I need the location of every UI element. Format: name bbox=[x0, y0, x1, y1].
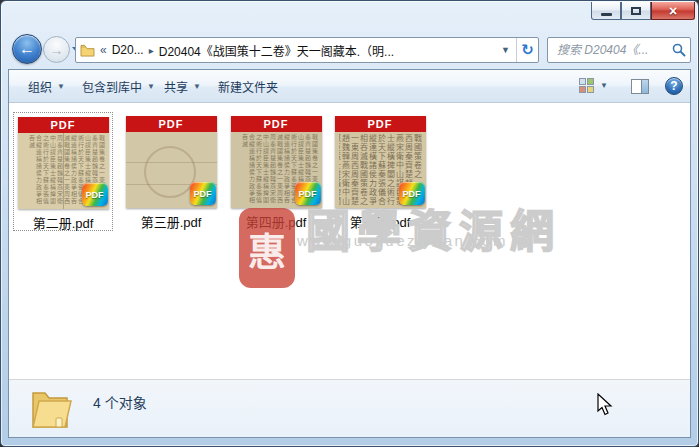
pdf-file-badge: PDF bbox=[190, 182, 216, 205]
pdf-file-badge: PDF bbox=[295, 182, 321, 205]
close-button[interactable]: × bbox=[651, 2, 695, 20]
pdf-thumbnail: PDF 戰國策卷之一東周西周秦齊楚趙魏韓燕宋衛中山謀臣策士縱橫捭闔之術行於天下蘇… bbox=[231, 116, 322, 208]
minimize-icon bbox=[601, 13, 612, 16]
chevron-down-icon: ▼ bbox=[193, 82, 201, 91]
organize-label: 组织 bbox=[28, 78, 52, 95]
file-name: 第二册.pdf bbox=[14, 213, 112, 232]
refresh-button[interactable]: ↻ bbox=[516, 38, 538, 62]
refresh-icon: ↻ bbox=[521, 41, 534, 59]
back-arrow-icon: ← bbox=[19, 40, 35, 58]
pdf-banner: PDF bbox=[335, 116, 426, 132]
forward-arrow-icon: → bbox=[50, 42, 64, 58]
pdf-banner: PDF bbox=[231, 116, 322, 132]
change-view-button[interactable]: ▼ bbox=[579, 78, 608, 93]
include-in-library-button[interactable]: 包含到库中 ▼ bbox=[75, 70, 162, 102]
maximize-icon bbox=[631, 7, 641, 15]
pdf-file-badge: PDF bbox=[399, 182, 425, 205]
file-name: 第三册.pdf bbox=[121, 212, 221, 231]
share-label: 共享 bbox=[164, 78, 188, 95]
paper-crease bbox=[126, 162, 217, 163]
breadcrumb-parent[interactable]: D20... bbox=[112, 43, 144, 57]
pdf-file-badge: PDF bbox=[82, 183, 108, 206]
explorer-window: × ← → « D20... ▸ D20404《战国策十二卷》天一阁藏本.（明.… bbox=[0, 0, 699, 447]
chevron-down-icon: ▼ bbox=[57, 82, 65, 91]
file-item[interactable]: PDF 戰國策卷之一東周西周秦齊楚趙魏韓燕宋衛中山謀臣策士縱橫捭闔之術行於天下蘇… bbox=[330, 112, 430, 231]
pdf-thumbnail: PDF PDF bbox=[126, 116, 217, 208]
file-item[interactable]: PDF PDF 第三册.pdf bbox=[121, 112, 221, 231]
new-folder-button[interactable]: 新建文件夹 bbox=[211, 70, 285, 102]
file-item[interactable]: PDF 戰國策卷之一東周西周秦齊楚趙魏韓燕宋衛中山謀臣策士縱橫捭闔之術行於天下蘇… bbox=[226, 112, 326, 231]
back-button[interactable]: ← bbox=[12, 34, 42, 64]
address-dropdown-icon[interactable]: ▼ bbox=[495, 45, 516, 55]
chevron-down-icon: ▼ bbox=[600, 81, 608, 90]
new-folder-label: 新建文件夹 bbox=[218, 78, 278, 95]
pdf-banner: PDF bbox=[18, 117, 109, 133]
file-name: 第一册.pdf bbox=[330, 212, 430, 231]
help-icon: ? bbox=[670, 79, 677, 93]
item-count-text: 4 个对象 bbox=[93, 392, 147, 412]
file-item[interactable]: PDF 戰國策卷之一東周西周秦齊楚趙魏韓燕宋衛中山謀臣策士縱橫捭闔之術行於天下蘇… bbox=[13, 112, 113, 231]
search-input[interactable] bbox=[555, 42, 672, 58]
breadcrumb[interactable]: « D20... ▸ D20404《战国策十二卷》天一阁藏本.（明... bbox=[76, 42, 495, 59]
faint-seal bbox=[144, 146, 196, 198]
chevron-down-icon: ▼ bbox=[147, 82, 155, 91]
search-icon bbox=[672, 43, 686, 57]
share-button[interactable]: 共享 ▼ bbox=[157, 70, 208, 102]
pdf-thumbnail: PDF 戰國策卷之一東周西周秦齊楚趙魏韓燕宋衛中山謀臣策士縱橫捭闔之術行於天下蘇… bbox=[335, 116, 426, 208]
page-fold bbox=[63, 133, 64, 209]
pdf-thumbnail: PDF 戰國策卷之一東周西周秦齊楚趙魏韓燕宋衛中山謀臣策士縱橫捭闔之術行於天下蘇… bbox=[18, 117, 109, 209]
maximize-button[interactable] bbox=[621, 2, 651, 20]
preview-pane-button[interactable] bbox=[631, 79, 649, 94]
forward-button[interactable]: → bbox=[43, 36, 70, 63]
details-pane: 4 个对象 bbox=[9, 379, 690, 437]
file-list-area[interactable]: PDF 戰國策卷之一東周西周秦齊楚趙魏韓燕宋衛中山謀臣策士縱橫捭闔之術行於天下蘇… bbox=[9, 104, 690, 379]
pdf-banner: PDF bbox=[126, 116, 217, 132]
breadcrumb-overflow-chevron[interactable]: « bbox=[100, 43, 107, 57]
folder-icon bbox=[27, 385, 73, 433]
command-toolbar: 组织 ▼ 包含到库中 ▼ 共享 ▼ 新建文件夹 ▼ ? bbox=[9, 70, 690, 103]
search-box[interactable] bbox=[547, 37, 691, 63]
watermark-url: www.guoxueziyuan.com bbox=[297, 232, 508, 249]
close-icon: × bbox=[669, 4, 677, 18]
folder-icon bbox=[80, 44, 95, 57]
organize-button[interactable]: 组织 ▼ bbox=[21, 70, 72, 102]
include-in-library-label: 包含到库中 bbox=[82, 78, 142, 95]
content-frame: 组织 ▼ 包含到库中 ▼ 共享 ▼ 新建文件夹 ▼ ? bbox=[8, 69, 691, 438]
file-name: 第四册.pdf bbox=[226, 212, 326, 231]
views-grid-icon bbox=[579, 78, 594, 93]
help-button[interactable]: ? bbox=[665, 77, 683, 95]
breadcrumb-current[interactable]: D20404《战国策十二卷》天一阁藏本.（明... bbox=[159, 42, 394, 59]
preview-pane-icon bbox=[641, 80, 648, 93]
minimize-button[interactable] bbox=[591, 2, 621, 20]
address-bar[interactable]: « D20... ▸ D20404《战国策十二卷》天一阁藏本.（明... ▼ ↻ bbox=[75, 37, 539, 63]
breadcrumb-arrow-icon[interactable]: ▸ bbox=[149, 45, 154, 56]
